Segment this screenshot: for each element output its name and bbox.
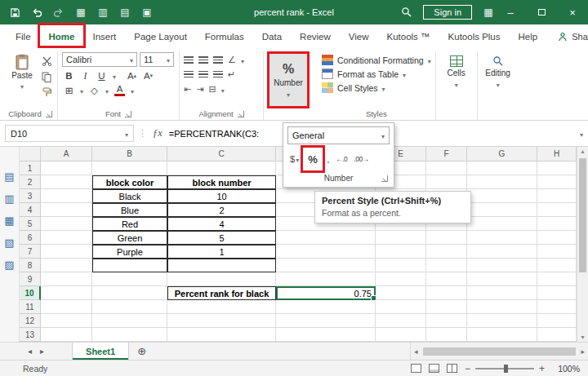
cell-A4[interactable]	[41, 203, 92, 217]
scroll-down-icon[interactable]: ▼	[577, 334, 588, 340]
rail-icon-3[interactable]: ▦	[4, 215, 14, 226]
row-header-10[interactable]: 10	[20, 286, 41, 300]
font-size-select[interactable]: 11	[140, 52, 174, 67]
tab-data[interactable]: Data	[253, 24, 291, 49]
cut-button[interactable]	[40, 55, 53, 67]
redo-icon[interactable]	[52, 6, 65, 19]
save-icon[interactable]	[8, 6, 21, 19]
number-dialog-launcher[interactable]	[381, 175, 388, 182]
cell-H7[interactable]	[537, 245, 577, 259]
cell-D11[interactable]	[276, 300, 376, 314]
cell-E10[interactable]	[376, 286, 426, 300]
cell-H10[interactable]	[537, 286, 577, 300]
increase-font-size-button[interactable]: A	[127, 69, 137, 82]
wrap-text-icon[interactable]: ↵	[228, 69, 235, 80]
cell-E7[interactable]	[376, 245, 426, 259]
cell-G1[interactable]	[467, 161, 537, 175]
cell-B4[interactable]: Blue	[92, 203, 167, 217]
tab-kutools-plus[interactable]: Kutools Plus	[439, 24, 510, 49]
cell-C8[interactable]	[167, 259, 276, 272]
cell-B3[interactable]: Black	[92, 189, 167, 203]
page-break-view-button[interactable]	[447, 364, 457, 373]
decrease-font-size-button[interactable]: A	[143, 69, 154, 82]
cell-B11[interactable]	[92, 300, 167, 314]
vertical-scrollbar[interactable]: ▲ ▼	[577, 147, 588, 342]
increase-decimal-button[interactable]: ←.0	[334, 148, 349, 170]
format-painter-button[interactable]	[40, 86, 53, 98]
cell-E13[interactable]	[376, 328, 426, 342]
italic-button[interactable]: I	[80, 69, 91, 82]
tab-view[interactable]: View	[340, 24, 378, 49]
row-header-6[interactable]: 6	[20, 231, 41, 245]
formula-bar-expand-button[interactable]	[580, 129, 583, 139]
conditional-formatting-button[interactable]: Conditional Formatting	[322, 55, 431, 65]
tab-formulas[interactable]: Formulas	[196, 24, 253, 49]
tab-file[interactable]: File	[7, 24, 40, 49]
column-header-C[interactable]: C	[167, 147, 276, 161]
cell-C9[interactable]	[167, 272, 276, 286]
font-name-select[interactable]: Calibri	[62, 52, 137, 67]
format-as-table-button[interactable]: Format as Table	[322, 69, 431, 79]
number-group-button[interactable]: % Number	[270, 54, 307, 106]
sheet-prev-icon[interactable]: ◂	[28, 347, 32, 356]
scroll-up-icon[interactable]: ▲	[577, 148, 588, 154]
cell-B6[interactable]: Green	[92, 231, 167, 245]
cell-H12[interactable]	[537, 314, 577, 328]
font-dialog-launcher[interactable]	[125, 111, 131, 117]
cell-B9[interactable]	[92, 272, 167, 286]
quick-access-icon-2[interactable]: ▥	[96, 6, 109, 19]
tab-review[interactable]: Review	[291, 24, 340, 49]
cell-A10[interactable]	[41, 286, 92, 300]
decrease-decimal-button[interactable]: .00→	[352, 148, 370, 170]
cell-C4[interactable]: 2	[167, 203, 276, 217]
cell-E12[interactable]	[376, 314, 426, 328]
cell-D10[interactable]: 0.75	[276, 286, 376, 300]
quick-access-icon-3[interactable]: ▤	[118, 6, 131, 19]
cell-styles-button[interactable]: Cell Styles	[322, 82, 431, 93]
cell-C2[interactable]: block number	[167, 175, 276, 189]
cell-A7[interactable]	[41, 245, 92, 259]
cell-D7[interactable]	[276, 245, 376, 259]
cell-H8[interactable]	[537, 259, 577, 272]
sheet-next-icon[interactable]: ▸	[40, 347, 44, 356]
cell-C1[interactable]	[167, 161, 276, 175]
cells-button[interactable]: Cells	[440, 52, 473, 89]
sign-in-button[interactable]: Sign in	[423, 5, 472, 20]
name-box[interactable]: D10	[5, 125, 134, 142]
number-format-select[interactable]: General	[287, 126, 390, 144]
cell-G4[interactable]	[467, 203, 537, 217]
column-header-F[interactable]: F	[426, 147, 467, 161]
cell-B1[interactable]	[92, 161, 167, 175]
tab-insert[interactable]: Insert	[83, 24, 125, 49]
cell-C12[interactable]	[167, 314, 276, 328]
merge-center-icon[interactable]: ⊟	[208, 84, 216, 95]
cell-F9[interactable]	[426, 272, 467, 286]
row-header-3[interactable]: 3	[20, 189, 41, 203]
cell-B7[interactable]: Purple	[92, 245, 167, 259]
row-header-5[interactable]: 5	[20, 217, 41, 231]
column-header-G[interactable]: G	[467, 147, 537, 161]
column-header-H[interactable]: H	[537, 147, 577, 161]
cell-D8[interactable]	[276, 259, 376, 272]
cell-G12[interactable]	[467, 314, 537, 328]
cell-B2[interactable]: block color	[92, 175, 167, 189]
minimize-button[interactable]: –	[495, 0, 526, 24]
underline-button[interactable]: U	[96, 69, 107, 82]
row-header-1[interactable]: 1	[20, 161, 41, 175]
cell-G8[interactable]	[467, 259, 537, 272]
orientation-icon[interactable]: ∠	[228, 55, 236, 65]
cell-F10[interactable]	[426, 286, 467, 300]
row-header-7[interactable]: 7	[20, 245, 41, 259]
bold-button[interactable]: B	[64, 69, 74, 82]
tab-page-layout[interactable]: Page Layout	[125, 24, 196, 49]
insert-function-button[interactable]: ƒx	[153, 127, 163, 139]
cell-C11[interactable]	[167, 300, 276, 314]
page-layout-view-button[interactable]	[429, 364, 439, 373]
underline-chevron-icon[interactable]	[113, 71, 116, 81]
font-color-button[interactable]: A	[114, 84, 125, 96]
maximize-button[interactable]	[526, 0, 557, 24]
cell-E11[interactable]	[376, 300, 426, 314]
row-header-4[interactable]: 4	[20, 203, 41, 217]
select-all-corner[interactable]	[20, 147, 41, 161]
borders-button[interactable]: ⊞	[64, 84, 74, 96]
